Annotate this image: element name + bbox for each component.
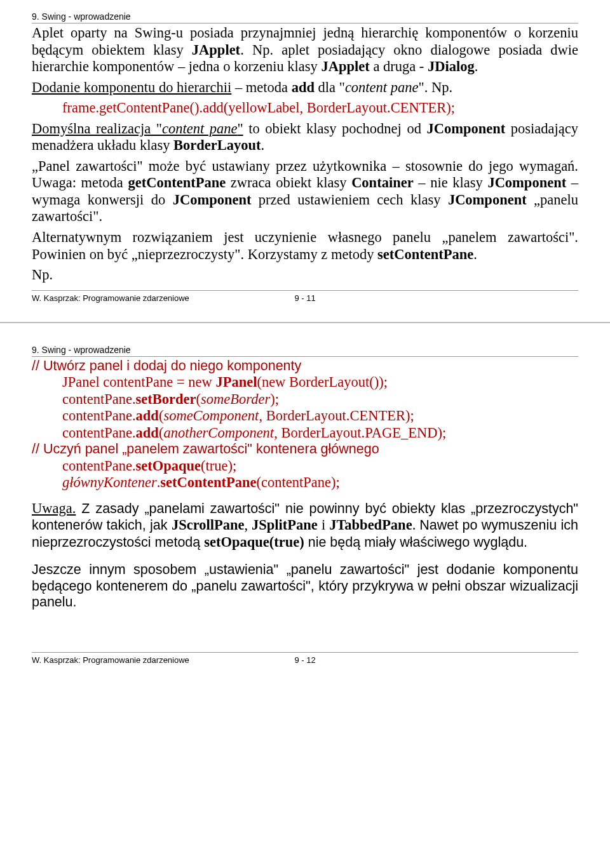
text: , BorderLayout.PAGE_END); [274, 425, 446, 441]
text: , [244, 517, 252, 533]
term: content pane [345, 79, 419, 95]
footer-author: W. Kasprzak: Programowanie zdarzeniowe [32, 655, 189, 665]
text: JPanel contentPane = new [62, 374, 215, 390]
link-text: Uwaga. [32, 500, 76, 516]
param: someComponent [163, 408, 259, 424]
code-line: frame.getContentPane().add(yellowLabel, … [32, 100, 578, 117]
class-name: Container [351, 175, 414, 190]
page-footer: W. Kasprzak: Programowanie zdarzeniowe 9… [32, 655, 578, 665]
class-name: JScrollPane [172, 517, 245, 533]
class-name: JSplitPane [252, 517, 318, 533]
header-rule [32, 356, 578, 357]
method-name: add [292, 79, 315, 95]
paragraph-uwaga: Uwaga. Z zasady „panelami zawartości" ni… [32, 500, 578, 551]
footer-rule [32, 652, 578, 653]
method-name: getContentPane [128, 175, 226, 190]
code-line: contentPane.add(anotherComponent, Border… [32, 425, 578, 442]
method-name: setOpaque(true) [204, 534, 304, 550]
code-comment: // Uczyń panel „panelem zawartości" kont… [32, 441, 578, 457]
link-text-italic: content pane [162, 121, 238, 137]
page-2: 9. Swing - wprowadzenie // Utwórz panel … [0, 323, 610, 684]
class-name: JComponent [426, 121, 505, 137]
link-text: Domyślna realizacja " [32, 121, 162, 137]
link-text: " [237, 121, 243, 137]
class-name: JComponent [448, 192, 527, 208]
paragraph-add-component: Dodanie komponentu do hierarchii – metod… [32, 79, 578, 97]
page-number: 9 - 12 [294, 655, 315, 665]
text: ); [270, 391, 279, 407]
page-footer: W. Kasprzak: Programowanie zdarzeniowe 9… [32, 293, 578, 303]
code-comment: // Utwórz panel i dodaj do niego kompone… [32, 358, 578, 374]
paragraph-applet: Aplet oparty na Swing-u posiada przynajm… [32, 25, 578, 76]
class-name: JDialog [428, 58, 475, 74]
text: . [412, 517, 420, 533]
text: ". Np. [418, 79, 452, 95]
page-1: 9. Swing - wprowadzenie Aplet oparty na … [0, 0, 610, 322]
chapter-header: 9. Swing - wprowadzenie [32, 345, 578, 355]
method-name: setContentPane [160, 474, 256, 490]
text: contentPane. [62, 391, 136, 407]
paragraph-alternative: Alternatywnym rozwiązaniem jest uczynien… [32, 229, 578, 263]
text: i [318, 517, 329, 533]
text: – nie klasy [414, 175, 488, 190]
paragraph-panel-content: „Panel zawartości" może być ustawiany pr… [32, 158, 578, 225]
text: . [473, 246, 477, 262]
text: to obiekt klasy pochodnej od [243, 121, 427, 137]
text: a druga - [370, 58, 428, 74]
class-name: JPanel [215, 374, 257, 390]
text: . [261, 137, 265, 153]
method-name: add [136, 425, 159, 441]
method-name: add [136, 408, 159, 424]
text: contentPane. [62, 458, 136, 474]
footer-author: W. Kasprzak: Programowanie zdarzeniowe [32, 293, 189, 303]
code-line: contentPane.add(someComponent, BorderLay… [32, 408, 578, 425]
header-rule [32, 23, 578, 23]
link-text: Dodanie komponentu do hierarchii [32, 79, 231, 95]
footer-rule [32, 290, 578, 291]
code-line: JPanel contentPane = new JPanel(new Bord… [32, 374, 578, 391]
text: dla " [315, 79, 345, 95]
class-name: BorderLayout [173, 137, 261, 153]
class-name: JComponent [487, 175, 566, 190]
text: przed ustawieniem cech klasy [251, 192, 447, 208]
paragraph-another-way: Jeszcze innym sposobem „ustawienia" „pan… [32, 562, 578, 610]
text: . [475, 58, 478, 74]
text: ( [196, 391, 201, 407]
footer-spacer [576, 655, 578, 665]
text: (true); [201, 458, 236, 474]
text: nie będą miały właściwego wyglądu. [304, 535, 527, 550]
text: zwraca obiekt klasy [226, 175, 351, 190]
text: – metoda [231, 79, 291, 95]
paragraph-np: Np. [32, 267, 578, 284]
page-number: 9 - 11 [294, 293, 315, 303]
code-line: contentPane.setOpaque(true); [32, 458, 578, 475]
text: contentPane. [62, 425, 136, 441]
text: Alternatywnym rozwiązaniem jest uczynien… [32, 229, 578, 262]
class-name: JApplet [321, 58, 369, 74]
method-name: setOpaque [136, 458, 201, 474]
class-name: JComponent [173, 192, 252, 208]
class-name: JTabbedPane [329, 517, 412, 533]
param: anotherComponent [163, 425, 274, 441]
chapter-header: 9. Swing - wprowadzenie [32, 11, 578, 22]
param: someBorder [201, 391, 270, 407]
method-name: setBorder [136, 391, 196, 407]
code-line: głównyKontener.setContentPane(contentPan… [32, 474, 578, 491]
code-line: contentPane.setBorder(someBorder); [32, 391, 578, 408]
text: (new BorderLayout()); [257, 374, 388, 390]
text: contentPane. [62, 408, 136, 424]
text: (contentPane); [257, 474, 340, 490]
class-name: JApplet [192, 42, 240, 58]
method-name: setContentPane [377, 246, 473, 262]
footer-spacer [576, 293, 578, 303]
param: głównyKontener [62, 474, 157, 490]
page-body: // Utwórz panel i dodaj do niego kompone… [32, 358, 578, 611]
paragraph-default-realization: Domyślna realizacja "content pane" to ob… [32, 121, 578, 154]
text: , BorderLayout.CENTER); [259, 408, 414, 424]
page-body: Aplet oparty na Swing-u posiada przynajm… [32, 25, 578, 284]
